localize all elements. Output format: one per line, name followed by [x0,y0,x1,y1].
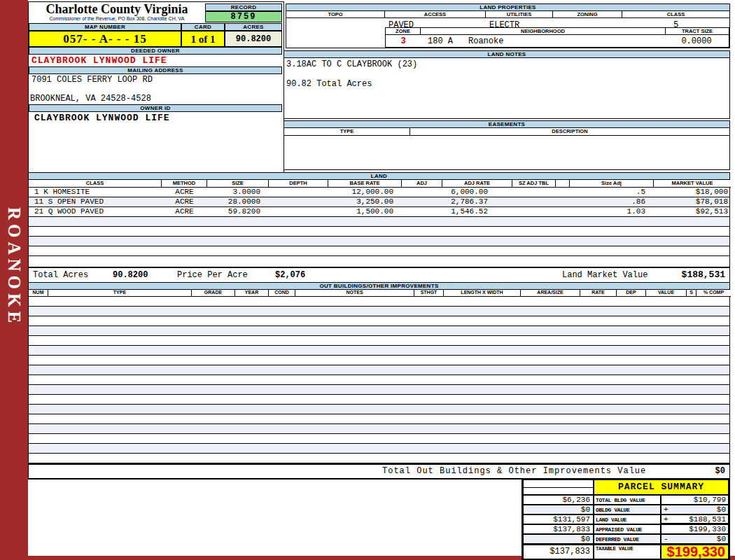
label-land: LAND VALUE [594,514,661,524]
mailing-address-label: MAILING ADDRESS [29,66,282,74]
county-subtitle: Commissioner of the Revenue, PO Box 308,… [29,16,205,22]
record-label: RECORD [205,4,282,11]
land-market-value-total: $188,531 [682,268,725,282]
ob-empty-row [29,414,729,424]
parcel-summary: PARCEL SUMMARY $6,236 TOTAL BLDG VALUE $… [522,478,730,560]
ob-total-label: Total Out Buildings & Other Improvements… [382,465,646,477]
card-field[interactable]: 1 of 1 [181,31,225,47]
land-method: ACRE [162,188,207,197]
neighborhood-name: Roanoke [468,36,503,46]
taxable-label-text: TAXABLE VALUE [596,546,633,552]
ob-col-type: TYPE [48,290,192,297]
ob-empty-row [29,346,729,356]
land-sz-adj-tbl [512,188,556,197]
tract-size-value: 0.0000 [666,36,727,46]
ob-col-rate: RATE [580,290,617,297]
total-acres-value: 90.8200 [113,268,148,282]
ob-empty-row [29,326,729,336]
land-size-adj: .86 [570,197,654,206]
easements-box: TYPE DESCRIPTION [284,128,730,170]
ob-col-year: YEAR [235,290,269,297]
col-topo: TOPO [286,11,385,18]
land-sz-adj-tbl [512,207,556,216]
col-utilities: UTILITIES [486,11,553,18]
price-per-acre-label: Price Per Acre [177,268,248,282]
land-table-header: CLASS METHOD SIZE DEPTH BASE RATE ADJ AD… [29,180,729,188]
ob-empty-row [29,454,729,463]
land-adj [402,188,442,197]
ob-col-pct-comp: % COMP [696,290,731,297]
out-buildings-header: NUM TYPE GRADE YEAR COND NOTES STHGT LEN… [29,290,729,297]
deeded-owner-value: CLAYBROOK LYNWOOD LIFE [31,55,167,66]
district-vertical-label: ROANOKE [4,207,24,327]
card-label: CARD [181,23,225,31]
prior-taxable: $137,833 [523,545,594,559]
zone-value: 3 [386,36,421,46]
ob-empty-row [29,356,729,365]
ob-col-s: S [687,290,696,297]
land-base-rate: 3,250.00 [328,197,402,206]
map-number-label: MAP NUMBER [29,23,181,31]
land-adj-rate: 6,000.00 [442,188,512,197]
ob-empty-row [29,365,729,375]
label-deferred: DEFERRED VALUE [594,534,661,544]
summary-row-land: $131,597 LAND VALUE +$188,531 [523,514,729,524]
sign: + [664,505,668,514]
land-col-sz-adj-tbl: SZ ADJ TBL [512,180,556,188]
value-deferred: $0 [717,535,726,543]
total-acres-label: Total Acres [33,268,88,282]
acres-field[interactable]: 90.8200 [225,31,282,47]
value-taxable: $199,330 [661,545,729,559]
land-col-size-adj: Size Adj [570,180,654,188]
land-notes-title: LAND NOTES [284,50,730,58]
parcel-summary-header-row: PARCEL SUMMARY [523,479,729,495]
land-table: LAND CLASS METHOD SIZE DEPTH BASE RATE A… [28,172,730,284]
land-size-adj: .5 [570,188,654,197]
record-value-field[interactable]: 8759 [205,11,282,22]
easement-type-label: TYPE [284,128,410,136]
land-market-value: $92,513 [654,207,731,216]
ob-empty-row [29,297,729,307]
land-properties-box: TOPO ACCESS UTILITIES ZONING CLASS PAVED… [286,11,730,48]
ob-total-value: $0 [715,465,725,477]
land-base-rate: 1,500.00 [328,207,402,216]
land-method: ACRE [162,197,207,206]
prior-deferred: $0 [523,534,594,544]
parcel-summary-blank-cell [523,479,594,495]
land-empty-row [29,217,729,227]
out-buildings-title: OUT BUILDINGS/OTHER IMPROVEMENTS [28,282,730,290]
land-col-depth: DEPTH [269,180,328,188]
land-col-base-rate: BASE RATE [328,180,402,188]
land-row: 11 S OPEN PAVED ACRE 28.0000 3,250.00 2,… [29,197,729,207]
ob-empty-row [29,385,729,395]
neighborhood-code: 180 A [428,36,453,46]
ob-empty-row [29,307,729,316]
label-obldg: OBLDG VALUE [594,505,661,514]
easements-title: EASEMENTS [284,120,730,128]
summary-row-total-bldg: $6,236 TOTAL BLDG VALUE $10,799 [523,495,729,505]
land-note-line-1: 3.18AC TO C CLAYBROOK (23) [286,59,727,69]
summary-row-appraised: $137,833 APPRAISED VALUE $199,330 [523,524,729,534]
land-method: ACRE [162,207,207,216]
land-market-value-label: Land Market Value [562,268,648,282]
land-class: 11 S OPEN PAVED [29,197,162,206]
land-col-method: METHOD [162,180,207,188]
col-access: ACCESS [385,11,486,18]
land-market-value: $18,000 [654,188,731,197]
out-buildings-table: OUT BUILDINGS/OTHER IMPROVEMENTS NUM TYP… [28,282,730,479]
zone-label: ZONE [386,28,421,35]
land-size-adj: 1.03 [570,207,654,216]
land-empty-row [29,237,729,246]
land-depth [269,188,328,197]
col-zoning: ZONING [553,11,622,18]
ob-empty-row [29,434,729,444]
land-adj-rate: 2,786.37 [442,197,512,206]
land-row: 21 Q WOOD PAVED ACRE 59.8200 1,500.00 1,… [29,207,729,217]
land-properties-title: LAND PROPERTIES [286,4,730,11]
col-class: CLASS [622,11,729,18]
map-number-field[interactable]: 057- - A- - - 15 [29,31,181,47]
land-market-value: $78,018 [654,197,731,206]
owner-id-label: OWNER ID [29,104,282,112]
ob-col-grade: GRADE [192,290,235,297]
ob-col-cond: COND [269,290,295,297]
